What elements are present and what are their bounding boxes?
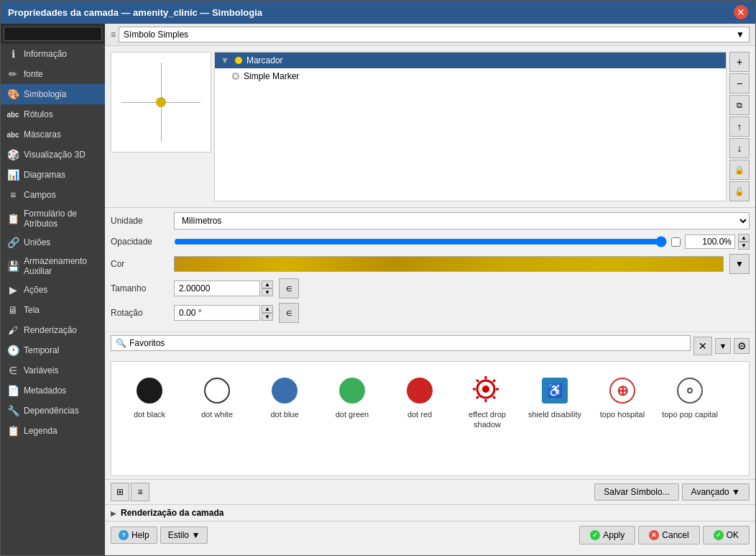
tree-duplicate-button[interactable]: ⧉ <box>729 95 750 115</box>
cor-picker[interactable] <box>174 256 724 272</box>
sidebar-item-label: Ações <box>24 285 47 295</box>
symbol-item-dot-black[interactable]: dot black <box>117 368 182 470</box>
save-symbol-button[interactable]: Salvar Símbolo... <box>594 483 678 501</box>
tamanho-spin-down[interactable]: ▼ <box>262 288 273 296</box>
symbol-item-shield-disability[interactable]: ♿ shield disability <box>522 368 587 470</box>
cor-dropdown-button[interactable]: ▼ <box>729 254 750 274</box>
tree-item-simple-marker[interactable]: Simple Marker <box>215 68 726 84</box>
tree-move-up-button[interactable]: ↑ <box>729 117 750 137</box>
ok-button[interactable]: ✓ OK <box>703 526 750 544</box>
sidebar-item-tela[interactable]: 🖥 Tela <box>1 300 105 320</box>
symbol-item-dot-green[interactable]: dot green <box>320 368 384 470</box>
symbol-label: topo pop capital <box>662 409 718 419</box>
rotacao-expr-button[interactable]: ∈ <box>279 303 299 323</box>
sidebar-item-label: Tela <box>24 305 40 315</box>
tree-move-down-button[interactable]: ↓ <box>729 138 750 158</box>
help-icon: ? <box>119 530 129 540</box>
rotacao-spin-down[interactable]: ▼ <box>262 313 273 321</box>
acoes-icon: ▶ <box>6 283 19 296</box>
mascaras-icon: abc <box>6 128 19 141</box>
symbol-item-dot-blue[interactable]: dot blue <box>252 368 317 470</box>
symbol-item-dot-red[interactable]: dot red <box>387 368 452 470</box>
svg-point-9 <box>482 386 489 393</box>
sidebar-item-simbologia[interactable]: 🎨 Simbologia <box>1 84 105 104</box>
tree-remove-button[interactable]: − <box>729 73 750 94</box>
favorites-dropdown-button[interactable]: ▼ <box>715 338 731 354</box>
campos-icon: ≡ <box>6 188 19 201</box>
sidebar-item-rotulos[interactable]: abc Rótulos <box>1 104 105 124</box>
sidebar-item-variaveis[interactable]: ∈ Variáveis <box>1 360 105 380</box>
favorites-search-bar: 🔍 ✕ ▼ ⚙ <box>111 335 750 357</box>
prop-row-unidade: Unidade Milímetros <box>111 212 750 229</box>
tamanho-input[interactable] <box>174 281 260 296</box>
apply-check-icon: ✓ <box>590 530 600 540</box>
variaveis-icon: ∈ <box>6 364 19 377</box>
tamanho-spin: ▲ ▼ <box>262 281 273 296</box>
tamanho-spin-up[interactable]: ▲ <box>262 281 273 288</box>
sidebar-item-informacao[interactable]: ℹ Informação <box>1 44 105 64</box>
tree-unlock-button[interactable]: 🔓 <box>729 181 750 201</box>
rotacao-spinbox: ▲ ▼ <box>174 305 273 321</box>
symbol-label: dot blue <box>270 409 298 419</box>
topo-pop-shape <box>677 378 703 404</box>
favorites-search-input[interactable] <box>129 338 686 348</box>
estilo-button[interactable]: Estilo ▼ <box>160 527 208 544</box>
render-section: ▶ Renderização da camada <box>105 504 755 521</box>
dot-red-icon <box>404 374 436 406</box>
help-button[interactable]: ? Help <box>111 527 157 544</box>
action-buttons: Salvar Símbolo... Avançado ▼ <box>594 483 750 501</box>
tree-lock-button[interactable]: 🔒 <box>729 160 750 180</box>
sidebar-item-dependencias[interactable]: 🔧 Dependências <box>1 401 105 421</box>
list-view-button[interactable]: ≡ <box>131 483 149 501</box>
main-content: ℹ Informação ✏ fonte 🎨 Simbologia abc Ró… <box>1 24 755 555</box>
sidebar-item-visualizacao3d[interactable]: 🎲 Visualização 3D <box>1 145 105 165</box>
avancado-button[interactable]: Avançado ▼ <box>682 483 750 501</box>
tree-item-marcador[interactable]: ▼ Marcador <box>215 53 726 68</box>
sidebar-item-temporal[interactable]: 🕐 Temporal <box>1 340 105 360</box>
opacidade-input[interactable] <box>685 234 735 249</box>
symbol-type-select[interactable]: Símbolo Simples ▼ <box>119 27 750 42</box>
opacidade-spin-down[interactable]: ▼ <box>738 242 750 250</box>
cancel-button[interactable]: ✕ Cancel <box>638 526 699 544</box>
sidebar-item-fonte[interactable]: ✏ fonte <box>1 64 105 84</box>
sidebar-item-unioes[interactable]: 🔗 Uniões <box>1 232 105 252</box>
tree-buttons: + − ⧉ ↑ ↓ 🔒 🔓 <box>729 52 750 201</box>
sidebar-item-legenda[interactable]: 📋 Legenda <box>1 421 105 441</box>
opacidade-checkbox[interactable] <box>671 237 681 247</box>
sidebar-item-armazenamento[interactable]: 💾 Armazenamento Auxiliar <box>1 252 105 280</box>
rotacao-input[interactable] <box>174 305 260 321</box>
fonte-icon: ✏ <box>6 68 19 81</box>
sidebar-item-renderizacao[interactable]: 🖌 Renderização <box>1 320 105 340</box>
tamanho-label: Tamanho <box>111 283 168 293</box>
opacidade-spin-up[interactable]: ▲ <box>738 234 750 242</box>
sidebar-item-formulario[interactable]: 📋 Formulário de Atributos <box>1 205 105 232</box>
rotacao-spin-up[interactable]: ▲ <box>262 305 273 313</box>
favorites-clear-button[interactable]: ✕ <box>693 337 712 355</box>
sidebar-item-metadados[interactable]: 📄 Metadados <box>1 380 105 401</box>
close-button[interactable]: ✕ <box>734 5 748 19</box>
tamanho-expr-button[interactable]: ∈ <box>279 278 299 298</box>
symbols-grid: dot black dot white dot b <box>111 361 750 476</box>
symbol-item-topo-hospital[interactable]: ⊕ topo hospital <box>590 368 655 470</box>
tree-add-button[interactable]: + <box>729 52 750 72</box>
sidebar-item-mascaras[interactable]: abc Máscaras <box>1 124 105 145</box>
symbol-item-topo-pop[interactable]: topo pop capital <box>658 368 722 470</box>
svg-line-5 <box>476 380 479 382</box>
favorites-options-button[interactable]: ⚙ <box>734 338 750 354</box>
sidebar-item-label: Dependências <box>24 406 79 416</box>
symbol-item-effect-drop[interactable]: effect drop shadow <box>455 368 520 470</box>
favorites-search-container: 🔍 <box>111 335 691 351</box>
sidebar-item-acoes[interactable]: ▶ Ações <box>1 280 105 300</box>
symbol-item-dot-white[interactable]: dot white <box>185 368 249 470</box>
sidebar-search-input[interactable] <box>4 27 102 41</box>
sidebar-item-diagramas[interactable]: 📊 Diagramas <box>1 165 105 185</box>
opacidade-slider[interactable] <box>174 236 667 247</box>
sidebar-item-campos[interactable]: ≡ Campos <box>1 185 105 205</box>
dot-white-shape <box>204 378 230 404</box>
prop-row-opacidade: Opacidade ▲ ▼ <box>111 234 750 250</box>
unidade-select[interactable]: Milímetros <box>174 212 750 229</box>
shield-disability-icon: ♿ <box>539 374 571 406</box>
grid-view-button[interactable]: ⊞ <box>111 483 129 501</box>
apply-button[interactable]: ✓ Apply <box>579 526 635 544</box>
tree-item-child-label: Simple Marker <box>244 71 299 81</box>
